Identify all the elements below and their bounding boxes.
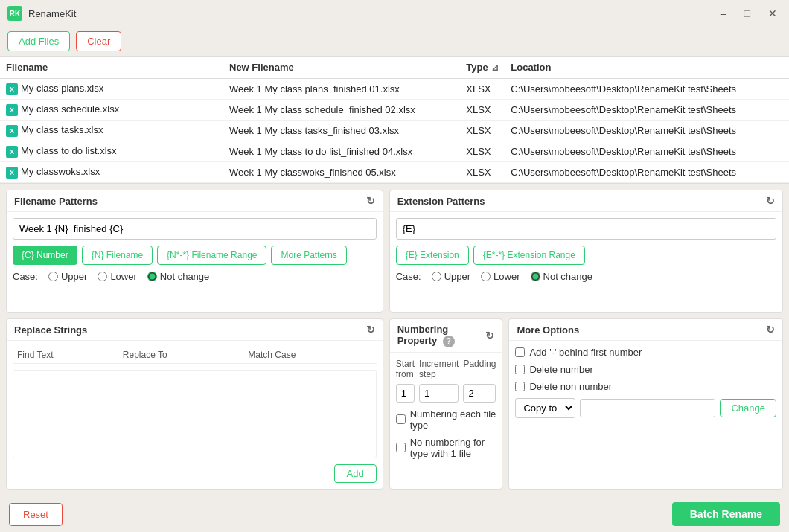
more-options-body: Add '-' behind first number Delete numbe… — [509, 341, 782, 424]
filename-pattern-buttons: {C} Number {N} Filename {N*-*} Filename … — [13, 246, 377, 265]
more-options-refresh-icon[interactable]: ↻ — [766, 324, 775, 336]
window-controls: – □ ✕ — [716, 6, 782, 21]
cell-filename: XMy classwoks.xlsx — [0, 162, 223, 183]
cell-location: C:\Users\mobeesoft\Desktop\RenameKit tes… — [505, 162, 789, 183]
replace-strings-body: Find Text Replace To Match Case Add — [7, 341, 383, 489]
add-files-button[interactable]: Add Files — [7, 31, 70, 51]
pattern-btn-e-range[interactable]: {E*-*} Extension Range — [473, 246, 585, 265]
filename-pattern-input[interactable] — [13, 218, 377, 240]
increment-step-label: Increment step — [419, 359, 459, 379]
numbering-grid: Start from Increment step Padding — [396, 359, 496, 403]
filename-case-label: Case: — [13, 271, 38, 282]
bottom-right-panels: Numbering Property ? ↻ Start from Increm… — [389, 318, 783, 490]
add-dash-checkbox[interactable] — [515, 347, 525, 357]
cell-new-filename: Week 1 My classwoks_finished 05.xlsx — [223, 162, 460, 183]
cell-filename: XMy class to do list.xlsx — [0, 141, 223, 162]
delete-non-number-label[interactable]: Delete non number — [515, 381, 776, 392]
more-options-header: More Options ↻ — [509, 319, 782, 341]
numbering-each-file-type-checkbox[interactable] — [396, 414, 406, 424]
replace-add-button[interactable]: Add — [334, 464, 377, 483]
extension-pattern-input[interactable] — [396, 218, 776, 240]
close-button[interactable]: ✕ — [764, 6, 782, 21]
pattern-btn-n-range[interactable]: {N*-*} Filename Range — [157, 246, 266, 265]
file-icon: X — [6, 83, 18, 95]
numbering-property-header: Numbering Property ? ↻ — [390, 319, 502, 353]
clear-button[interactable]: Clear — [76, 31, 121, 51]
table-row: XMy classwoks.xlsx Week 1 My classwoks_f… — [0, 162, 789, 183]
filename-case-notchange-radio[interactable] — [147, 272, 157, 281]
col-header-location: Location — [505, 57, 789, 79]
filename-case-lower-label[interactable]: Lower — [98, 271, 136, 282]
filename-patterns-refresh-icon[interactable]: ↻ — [366, 195, 375, 207]
bottom-bar: Reset Batch Rename — [0, 496, 789, 532]
delete-number-checkbox[interactable] — [515, 365, 525, 374]
start-from-input[interactable] — [396, 384, 415, 403]
cell-filename: XMy class tasks.xlsx — [0, 121, 223, 141]
replace-strings-refresh-icon[interactable]: ↻ — [366, 324, 375, 336]
batch-rename-button[interactable]: Batch Rename — [672, 502, 780, 526]
delete-number-label[interactable]: Delete number — [515, 364, 776, 375]
extension-case-notchange-label[interactable]: Not change — [531, 271, 593, 282]
extension-case-lower-radio[interactable] — [481, 272, 491, 281]
change-button[interactable]: Change — [720, 399, 776, 417]
filename-case-row: Case: Upper Lower Not change — [13, 271, 377, 282]
extension-pattern-buttons: {E} Extension {E*-*} Extension Range — [396, 246, 776, 265]
file-table: Filename New Filename Type ⊿ Location XM… — [0, 57, 789, 183]
cell-location: C:\Users\mobeesoft\Desktop\RenameKit tes… — [505, 141, 789, 162]
start-from-label: Start from — [396, 359, 415, 379]
numbering-each-file-type-label[interactable]: Numbering each file type — [396, 408, 496, 431]
extension-patterns-refresh-icon[interactable]: ↻ — [766, 195, 775, 207]
filename-patterns-panel: Filename Patterns ↻ {C} Number {N} Filen… — [6, 190, 383, 313]
no-numbering-label[interactable]: No numbering for type with 1 file — [396, 437, 496, 459]
extension-case-notchange-radio[interactable] — [531, 272, 540, 281]
filter-icon[interactable]: ⊿ — [491, 63, 499, 73]
padding-input[interactable] — [463, 384, 496, 403]
cell-type: XLSX — [460, 100, 505, 121]
pattern-btn-more[interactable]: More Patterns — [271, 246, 346, 265]
filename-patterns-title: Filename Patterns — [14, 196, 98, 207]
no-numbering-checkbox[interactable] — [396, 443, 406, 452]
padding-label: Padding — [463, 359, 496, 369]
replace-col-match: Match Case — [243, 347, 376, 364]
filename-case-upper-radio[interactable] — [48, 272, 58, 281]
extension-case-label: Case: — [396, 271, 421, 282]
app-logo: RK — [7, 6, 22, 21]
numbering-property-panel: Numbering Property ? ↻ Start from Increm… — [389, 318, 503, 490]
cell-type: XLSX — [460, 79, 505, 100]
extension-case-upper-radio[interactable] — [432, 272, 441, 281]
copy-to-row: Copy to Move to Change — [515, 398, 776, 418]
pattern-btn-n-filename[interactable]: {N} Filename — [82, 246, 153, 265]
copy-to-select[interactable]: Copy to Move to — [515, 398, 575, 418]
filename-case-notchange-label[interactable]: Not change — [147, 271, 210, 282]
extension-case-row: Case: Upper Lower Not change — [396, 271, 776, 282]
col-header-new-filename: New Filename — [223, 57, 460, 79]
cell-type: XLSX — [460, 162, 505, 183]
numbering-refresh-icon[interactable]: ↻ — [485, 330, 494, 342]
maximize-button[interactable]: □ — [740, 6, 755, 21]
filename-case-lower-radio[interactable] — [98, 272, 107, 281]
pattern-btn-e-extension[interactable]: {E} Extension — [396, 246, 469, 265]
copy-to-input[interactable] — [580, 399, 715, 417]
pattern-btn-c-number[interactable]: {C} Number — [13, 246, 77, 265]
filename-case-upper-label[interactable]: Upper — [48, 271, 87, 282]
cell-type: XLSX — [460, 121, 505, 141]
cell-new-filename: Week 1 My class schedule_finished 02.xls… — [223, 100, 460, 121]
replace-empty-area — [13, 370, 377, 458]
extension-case-upper-label[interactable]: Upper — [432, 271, 470, 282]
filename-patterns-header: Filename Patterns ↻ — [7, 190, 383, 212]
reset-button[interactable]: Reset — [9, 503, 63, 526]
col-header-type: Type ⊿ — [460, 57, 505, 79]
extension-patterns-header: Extension Patterns ↻ — [390, 190, 782, 212]
numbering-property-title: Numbering Property ? — [397, 324, 486, 347]
file-icon: X — [6, 104, 18, 116]
increment-step-input[interactable] — [419, 384, 459, 403]
minimize-button[interactable]: – — [716, 6, 731, 21]
add-dash-label[interactable]: Add '-' behind first number — [515, 347, 776, 358]
cell-location: C:\Users\mobeesoft\Desktop\RenameKit tes… — [505, 79, 789, 100]
table-row: XMy class tasks.xlsx Week 1 My class tas… — [0, 121, 789, 141]
delete-non-number-checkbox[interactable] — [515, 382, 525, 391]
extension-case-lower-label[interactable]: Lower — [481, 271, 520, 282]
cell-filename: XMy class schedule.xlsx — [0, 100, 223, 121]
cell-new-filename: Week 1 My class to do list_finished 04.x… — [223, 141, 460, 162]
more-options-title: More Options — [517, 324, 579, 336]
